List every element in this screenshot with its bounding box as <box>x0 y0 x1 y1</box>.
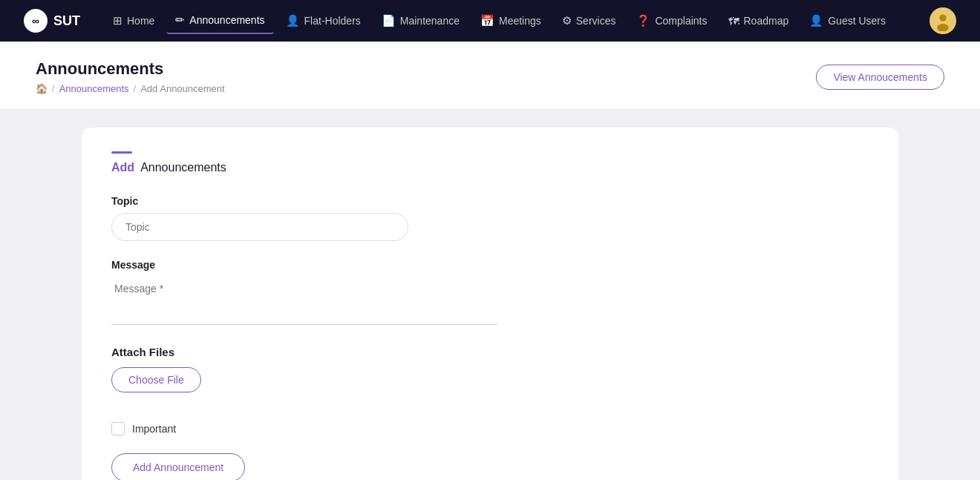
topic-input[interactable] <box>111 213 408 241</box>
flat-holders-nav-icon: 👤 <box>286 14 300 27</box>
nav-item-services[interactable]: ⚙ Services <box>553 8 625 33</box>
important-label: Important <box>132 423 176 435</box>
navbar: ∞ SUT ⊞ Home ✏ Announcements 👤 Flat-Hold… <box>0 0 980 42</box>
form-section-title: Add Announcements <box>111 161 869 174</box>
nav-label-meetings: Meetings <box>499 15 541 27</box>
logo-icon: ∞ <box>24 9 48 33</box>
add-announcement-button[interactable]: Add Announcement <box>111 453 245 480</box>
important-checkbox[interactable] <box>111 422 125 435</box>
page-header: Announcements 🏠 / Announcements / Add An… <box>0 42 980 110</box>
app-title: SUT <box>53 13 80 29</box>
view-announcements-button[interactable]: View Annoucements <box>816 65 944 90</box>
breadcrumb-sep2: / <box>134 83 137 94</box>
announcements-nav-icon: ✏ <box>175 13 185 27</box>
topic-group: Topic <box>111 195 869 241</box>
message-label: Message <box>111 259 869 271</box>
nav-label-maintenance: Maintenance <box>400 15 460 27</box>
nav-item-announcements[interactable]: ✏ Announcements <box>166 7 273 34</box>
choose-file-button[interactable]: Choose File <box>111 367 201 392</box>
svg-point-1 <box>939 14 946 21</box>
breadcrumb-announcements-link[interactable]: Announcements <box>59 83 129 94</box>
nav-label-roadmap: Roadmap <box>744 15 789 27</box>
page-title: Announcements <box>36 59 225 79</box>
nav-label-services: Services <box>576 15 616 27</box>
nav-item-complaints[interactable]: ❓ Complaints <box>627 8 716 33</box>
section-title-suffix: Announcements <box>140 161 226 174</box>
nav-item-roadmap[interactable]: 🗺 Roadmap <box>719 9 798 33</box>
breadcrumb-sep1: / <box>52 83 55 94</box>
important-row: Important <box>111 422 869 435</box>
page-header-left: Announcements 🏠 / Announcements / Add An… <box>36 59 225 94</box>
breadcrumb: 🏠 / Announcements / Add Announcement <box>36 83 225 94</box>
complaints-nav-icon: ❓ <box>636 14 650 27</box>
nav-label-complaints: Complaints <box>655 15 707 27</box>
form-card: Add Announcements Topic Message Attach F… <box>82 128 898 480</box>
roadmap-nav-icon: 🗺 <box>728 15 739 27</box>
main-content: Add Announcements Topic Message Attach F… <box>0 110 980 480</box>
maintenance-nav-icon: 📄 <box>382 14 396 27</box>
nav-links: ⊞ Home ✏ Announcements 👤 Flat-Holders 📄 … <box>104 7 930 34</box>
home-nav-icon: ⊞ <box>113 14 122 27</box>
topic-label: Topic <box>111 195 869 207</box>
user-avatar[interactable] <box>930 7 956 34</box>
breadcrumb-current: Add Announcement <box>140 83 224 94</box>
breadcrumb-home-icon: 🏠 <box>36 83 48 94</box>
nav-item-guest-users[interactable]: 👤 Guest Users <box>800 8 895 33</box>
nav-item-flat-holders[interactable]: 👤 Flat-Holders <box>277 8 370 33</box>
nav-label-flat-holders: Flat-Holders <box>304 15 361 27</box>
section-bar <box>111 151 132 154</box>
guest-users-nav-icon: 👤 <box>809 14 823 27</box>
attach-label: Attach Files <box>111 346 869 358</box>
section-title-prefix: Add <box>111 161 134 174</box>
nav-item-maintenance[interactable]: 📄 Maintenance <box>373 8 468 33</box>
nav-item-meetings[interactable]: 📅 Meetings <box>471 8 550 33</box>
nav-item-home[interactable]: ⊞ Home <box>104 8 163 33</box>
nav-label-guest-users: Guest Users <box>828 15 886 27</box>
message-group: Message <box>111 259 869 328</box>
nav-label-announcements: Announcements <box>189 14 264 26</box>
message-textarea[interactable] <box>111 277 497 325</box>
nav-label-home: Home <box>127 15 154 27</box>
app-logo[interactable]: ∞ SUT <box>24 9 80 33</box>
services-nav-icon: ⚙ <box>562 14 572 27</box>
attach-group: Attach Files Choose File <box>111 346 869 404</box>
meetings-nav-icon: 📅 <box>480 14 494 27</box>
